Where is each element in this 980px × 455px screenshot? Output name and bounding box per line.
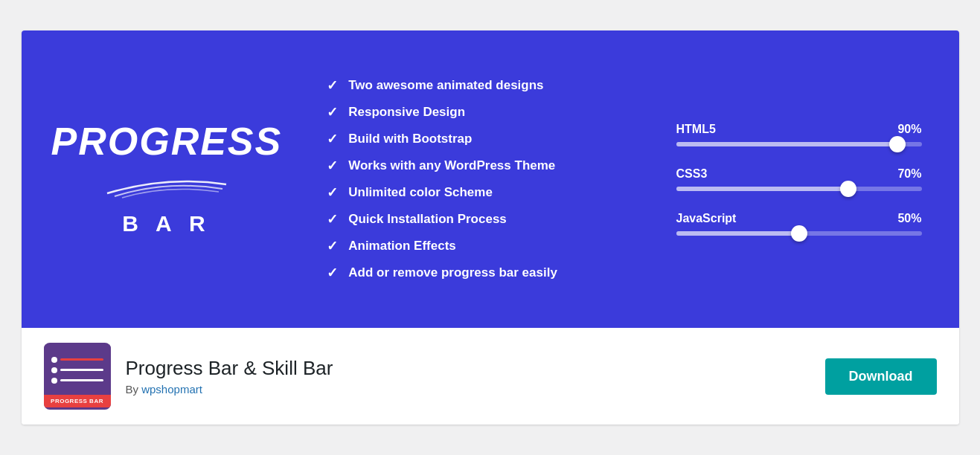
skill-fill	[676, 142, 897, 146]
check-icon: ✓	[327, 77, 338, 94]
check-icon: ✓	[327, 238, 338, 254]
plugin-name: Progress Bar & Skill Bar	[126, 357, 810, 380]
feature-item: ✓ Build with Bootstrap	[327, 131, 646, 147]
skill-item: CSS3 70%	[676, 167, 922, 191]
feature-text: Add or remove progress bar easily	[348, 265, 557, 280]
skill-header: CSS3 70%	[676, 167, 922, 181]
icon-line-2	[60, 369, 103, 371]
plugin-card: PROGRESS B A R ✓ Two awesome animated de…	[22, 30, 959, 425]
icon-bar-3	[51, 378, 103, 384]
skill-percent: 70%	[897, 167, 921, 181]
feature-item: ✓ Add or remove progress bar easily	[327, 265, 646, 281]
skill-label: HTML5	[676, 123, 716, 136]
banner-title-bar: B A R	[122, 211, 211, 236]
skill-header: JavaScript 50%	[676, 212, 922, 225]
banner-skills: HTML5 90% CSS3 70% JavaScript 50%	[676, 123, 929, 236]
skill-percent: 50%	[897, 212, 921, 225]
footer: PROGRESS BAR Progress Bar & Skill Bar By…	[22, 328, 959, 425]
skill-thumb	[889, 136, 906, 152]
check-icon: ✓	[327, 158, 338, 174]
skill-item: JavaScript 50%	[676, 212, 922, 236]
skill-fill	[676, 187, 848, 191]
plugin-icon-label: PROGRESS BAR	[44, 395, 111, 407]
skill-label: JavaScript	[676, 212, 737, 225]
plugin-author-line: By wpshopmart	[126, 383, 810, 396]
skill-header: HTML5 90%	[676, 123, 922, 136]
feature-item: ✓ Animation Effects	[327, 238, 646, 254]
icon-bar-2	[51, 367, 103, 373]
check-icon: ✓	[327, 104, 338, 120]
check-icon: ✓	[327, 211, 338, 228]
author-prefix: By	[126, 383, 142, 396]
feature-text: Unlimited color Scheme	[348, 185, 493, 200]
check-icon: ✓	[327, 131, 338, 147]
feature-item: ✓ Responsive Design	[327, 104, 646, 120]
plugin-icon-inner	[44, 345, 111, 396]
feature-text: Quick Installation Process	[348, 212, 507, 227]
skill-item: HTML5 90%	[676, 123, 922, 146]
icon-line-3	[60, 379, 103, 381]
banner-features: ✓ Two awesome animated designs ✓ Respons…	[312, 77, 646, 281]
icon-line-1	[60, 358, 103, 361]
skill-fill	[676, 231, 799, 236]
banner-lines	[100, 170, 234, 202]
feature-text: Responsive Design	[348, 105, 465, 120]
feature-item: ✓ Quick Installation Process	[327, 211, 646, 228]
plugin-info: Progress Bar & Skill Bar By wpshopmart	[126, 357, 810, 396]
skill-thumb	[840, 181, 856, 197]
check-icon: ✓	[327, 184, 338, 201]
skill-track	[676, 231, 922, 236]
skill-track	[676, 142, 922, 146]
skill-label: CSS3	[676, 167, 708, 181]
banner: PROGRESS B A R ✓ Two awesome animated de…	[22, 30, 959, 328]
feature-item: ✓ Unlimited color Scheme	[327, 184, 646, 201]
banner-logo: PROGRESS B A R	[51, 122, 283, 236]
feature-text: Works with any WordPress Theme	[348, 158, 555, 173]
plugin-icon: PROGRESS BAR	[44, 343, 111, 410]
feature-item: ✓ Works with any WordPress Theme	[327, 158, 646, 174]
author-link[interactable]: wpshopmart	[141, 383, 202, 396]
feature-text: Two awesome animated designs	[348, 78, 543, 93]
feature-item: ✓ Two awesome animated designs	[327, 77, 646, 94]
feature-text: Animation Effects	[348, 239, 456, 254]
skill-thumb	[791, 225, 807, 242]
icon-dot-1	[51, 357, 57, 363]
icon-dot-3	[51, 378, 57, 384]
check-icon: ✓	[327, 265, 338, 281]
skill-percent: 90%	[897, 123, 921, 136]
skill-track	[676, 187, 922, 191]
download-button[interactable]: Download	[825, 358, 937, 395]
icon-bar-1	[51, 357, 103, 363]
feature-text: Build with Bootstrap	[348, 132, 472, 146]
banner-title-progress: PROGRESS	[51, 122, 283, 161]
icon-dot-2	[51, 367, 57, 373]
